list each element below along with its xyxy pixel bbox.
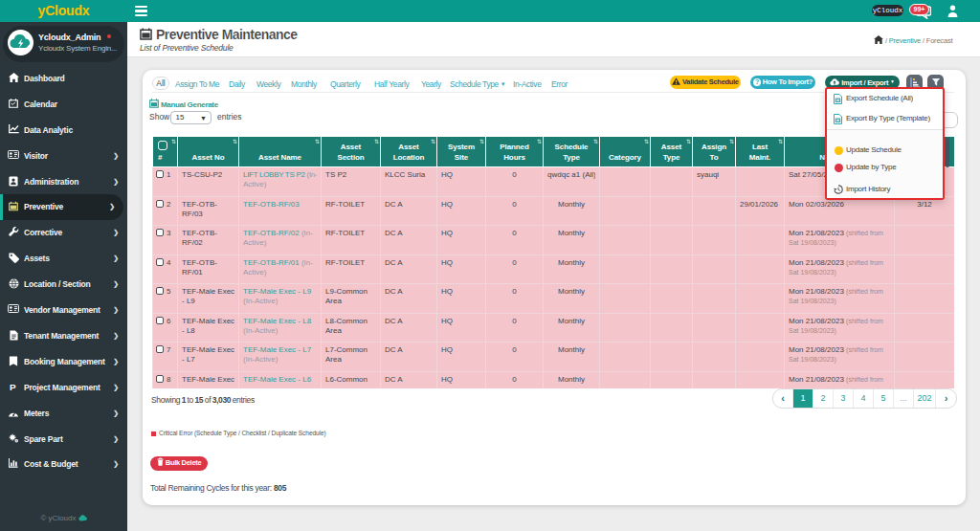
svg-text:P: P xyxy=(10,382,16,392)
